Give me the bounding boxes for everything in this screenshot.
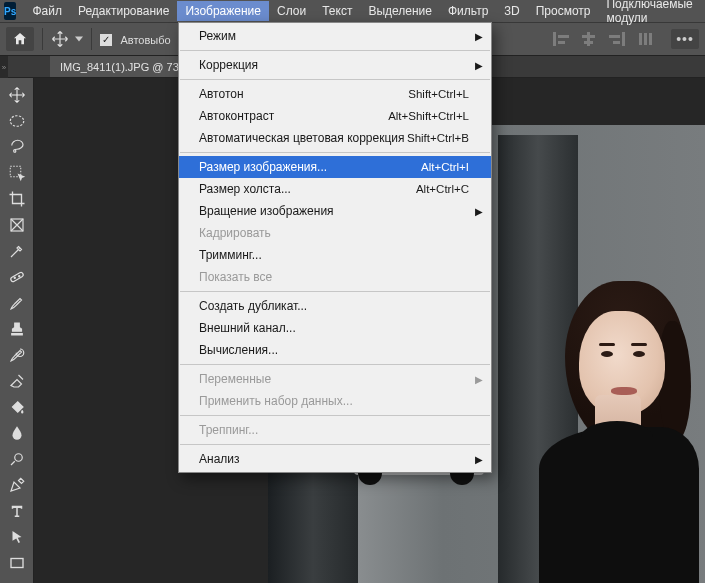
tools-panel [0,78,34,583]
align-group [549,29,657,49]
menu-item: Применить набор данных... [179,390,491,412]
healing-tool[interactable] [3,264,31,290]
menu-item[interactable]: Размер холста...Alt+Ctrl+C [179,178,491,200]
menu-item-label: Переменные [199,372,469,386]
frame-icon [8,216,26,234]
menu-item: Треппинг... [179,419,491,441]
menu-item-shortcut: Alt+Ctrl+I [421,161,469,173]
menu-view[interactable]: Просмотр [528,1,599,21]
eyedropper-icon [8,242,26,260]
menu-item[interactable]: АвтотонShift+Ctrl+L [179,83,491,105]
shape-tool[interactable] [3,550,31,576]
history-brush-icon [8,346,26,364]
lasso-tool[interactable] [3,134,31,160]
menu-edit[interactable]: Редактирование [70,1,177,21]
menu-select[interactable]: Выделение [360,1,440,21]
history-brush-tool[interactable] [3,342,31,368]
dodge-tool[interactable] [3,446,31,472]
document-tab[interactable]: IMG_8411(1).JPG @ 73, [50,56,193,77]
home-button[interactable] [6,27,34,51]
menu-item[interactable]: Внешний канал... [179,317,491,339]
eraser-icon [8,372,26,390]
eraser-tool[interactable] [3,368,31,394]
svg-rect-9 [639,33,642,45]
menu-item-label: Треппинг... [199,423,469,437]
svg-rect-2 [558,41,565,44]
menu-item-shortcut: Shift+Ctrl+L [408,88,469,100]
crop-icon [8,190,26,208]
divider [42,28,43,50]
move-icon [8,86,26,104]
menu-item[interactable]: Создать дубликат... [179,295,491,317]
quick-select-icon [8,164,26,182]
align-button[interactable] [633,29,657,49]
submenu-arrow-icon: ▶ [475,374,483,385]
quick-select-tool[interactable] [3,160,31,186]
submenu-arrow-icon: ▶ [475,31,483,42]
menu-text[interactable]: Текст [314,1,360,21]
path-select-tool[interactable] [3,524,31,550]
stamp-tool[interactable] [3,316,31,342]
align-icon [609,32,625,46]
blur-tool[interactable] [3,420,31,446]
menu-item[interactable]: Тримминг... [179,244,491,266]
chevron-down-icon[interactable] [75,36,83,42]
gradient-tool[interactable] [3,394,31,420]
menu-file[interactable]: Файл [24,1,70,21]
rectangle-icon [8,554,26,572]
frame-tool[interactable] [3,212,31,238]
menu-item[interactable]: Коррекция▶ [179,54,491,76]
menu-item-label: Размер изображения... [199,160,421,174]
menu-item-shortcut: Alt+Shift+Ctrl+L [388,110,469,122]
menu-layers[interactable]: Слои [269,1,314,21]
menu-item-label: Автоконтраст [199,109,388,123]
divider [91,28,92,50]
svg-rect-19 [11,559,23,568]
image-menu-dropdown: Режим▶Коррекция▶АвтотонShift+Ctrl+LАвток… [178,22,492,473]
pen-tool[interactable] [3,472,31,498]
type-tool[interactable] [3,498,31,524]
svg-rect-15 [10,272,24,283]
align-button[interactable] [577,29,601,49]
menu-separator [180,50,490,51]
panel-handle[interactable]: » [0,56,8,78]
menu-item-label: Вращение изображения [199,204,469,218]
bucket-icon [8,398,26,416]
menu-item[interactable]: Автоматическая цветовая коррекцияShift+C… [179,127,491,149]
svg-rect-10 [644,33,647,45]
menu-item[interactable]: Режим▶ [179,25,491,47]
move-tool[interactable] [3,82,31,108]
ellipse-marquee-icon [8,112,26,130]
svg-point-16 [14,277,15,278]
align-button[interactable] [549,29,573,49]
submenu-arrow-icon: ▶ [475,206,483,217]
more-button[interactable]: ••• [671,29,699,49]
align-button[interactable] [605,29,629,49]
auto-select-checkbox[interactable]: ✓ Автовыбо [100,30,171,48]
menu-item[interactable]: Вычисления... [179,339,491,361]
menu-image[interactable]: Изображение [177,1,269,21]
svg-point-12 [10,116,24,127]
menu-filter[interactable]: Фильтр [440,1,496,21]
submenu-arrow-icon: ▶ [475,60,483,71]
menu-item-label: Автоматическая цветовая коррекция [199,131,407,145]
menu-3d[interactable]: 3D [496,1,527,21]
crop-tool[interactable] [3,186,31,212]
menu-item-label: Размер холста... [199,182,416,196]
marquee-tool[interactable] [3,108,31,134]
type-icon [8,502,26,520]
svg-rect-5 [584,41,593,44]
menu-bar: Ps Файл Редактирование Изображение Слои … [0,0,705,22]
menu-plugins[interactable]: Подключаемые модули [598,0,705,28]
menu-item[interactable]: Размер изображения...Alt+Ctrl+I [179,156,491,178]
menu-item[interactable]: Анализ▶ [179,448,491,470]
menu-item[interactable]: АвтоконтрастAlt+Shift+Ctrl+L [179,105,491,127]
eyedropper-tool[interactable] [3,238,31,264]
lasso-icon [8,138,26,156]
menu-item-label: Кадрировать [199,226,469,240]
menu-item[interactable]: Вращение изображения▶ [179,200,491,222]
menu-item-label: Автотон [199,87,408,101]
menu-item-label: Внешний канал... [199,321,469,335]
menu-item-shortcut: Alt+Ctrl+C [416,183,469,195]
brush-tool[interactable] [3,290,31,316]
